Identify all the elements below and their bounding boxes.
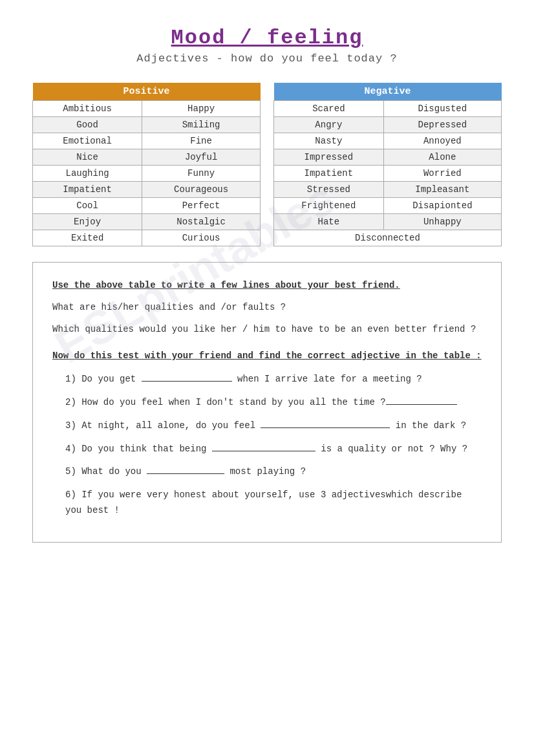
positive-word: Cool xyxy=(33,198,142,214)
question-4: 4) Do you think that being is a quality … xyxy=(65,442,482,457)
positive-word: Perfect xyxy=(142,198,261,214)
positive-word: Happy xyxy=(142,101,261,117)
question-text: Do you think that being xyxy=(81,444,212,454)
positive-word: Enjoy xyxy=(33,214,142,230)
question-text: At night, all alone, do you feel xyxy=(81,420,261,431)
question-text: Do you get xyxy=(81,374,141,384)
question-6: 6) If you were very honest about yoursel… xyxy=(65,488,482,519)
question-text: If you were very honest about yourself, … xyxy=(65,490,462,515)
positive-table: Positive AmbitiousHappyGoodSmilingEmotio… xyxy=(32,83,261,246)
negative-word: Frightened xyxy=(274,198,384,214)
question-2: 2) How do you feel when I don't stand by… xyxy=(65,395,482,411)
negative-word: Depressed xyxy=(383,117,501,133)
vocabulary-tables: Positive AmbitiousHappyGoodSmilingEmotio… xyxy=(32,83,502,246)
negative-word: Impatient xyxy=(274,166,384,182)
positive-word: Nostalgic xyxy=(142,214,261,230)
negative-word: Alone xyxy=(383,149,501,166)
page-subtitle: Adjectives - how do you feel today ? xyxy=(32,52,502,65)
exercise-instruction-2: Now do this test with your friend and fi… xyxy=(52,349,482,364)
positive-word: Good xyxy=(33,117,142,133)
negative-word: Disconnected xyxy=(274,230,502,246)
question-text: How do you feel when I don't stand by yo… xyxy=(81,397,385,407)
positive-header: Positive xyxy=(33,83,261,101)
negative-word: Impressed xyxy=(274,149,384,166)
exercise-line-1: What are his/her qualities and /or fault… xyxy=(52,300,482,316)
question-1: 1) Do you get when I arrive late for a m… xyxy=(65,372,482,387)
exercise-section: Use the above table to write a few lines… xyxy=(32,262,502,543)
negative-word: Hate xyxy=(274,214,384,230)
negative-word: Unhappy xyxy=(383,214,501,230)
positive-word: Exited xyxy=(33,230,142,246)
positive-word: Ambitious xyxy=(33,101,142,117)
positive-word: Nice xyxy=(33,149,142,166)
positive-word: Smiling xyxy=(142,117,261,133)
exercise-instruction-1: Use the above table to write a few lines… xyxy=(52,278,482,294)
question-text: What do you xyxy=(81,466,147,477)
negative-word: Scared xyxy=(274,101,384,117)
question-number: 4) xyxy=(65,444,76,454)
question-number: 2) xyxy=(65,397,76,407)
negative-word: Angry xyxy=(274,117,384,133)
positive-word: Courageous xyxy=(142,182,261,198)
negative-header: Negative xyxy=(274,83,502,101)
question-number: 5) xyxy=(65,466,76,477)
positive-word: Fine xyxy=(142,133,261,149)
positive-word: Laughing xyxy=(33,166,142,182)
positive-word: Emotional xyxy=(33,133,142,149)
negative-word: Annoyed xyxy=(383,133,501,149)
question-text-after: most playing ? xyxy=(224,466,306,477)
negative-table: Negative ScaredDisgustedAngryDepressedNa… xyxy=(273,83,502,246)
positive-word: Impatient xyxy=(33,182,142,198)
page-title: Mood / feeling xyxy=(32,26,502,50)
negative-word: Stressed xyxy=(274,182,384,198)
positive-word: Curious xyxy=(142,230,261,246)
question-text-after: in the dark ? xyxy=(390,420,466,431)
question-5: 5) What do you most playing ? xyxy=(65,464,482,480)
question-number: 6) xyxy=(65,490,76,500)
question-number: 1) xyxy=(65,374,76,384)
question-text-after: when I arrive late for a meeting ? xyxy=(232,374,422,384)
question-number: 3) xyxy=(65,420,76,431)
negative-word: Disapionted xyxy=(383,198,501,214)
question-text-after: is a quality or not ? Why ? xyxy=(315,444,467,454)
positive-word: Funny xyxy=(142,166,261,182)
positive-word: Joyful xyxy=(142,149,261,166)
negative-word: Worried xyxy=(383,166,501,182)
negative-word: Nasty xyxy=(274,133,384,149)
question-3: 3) At night, all alone, do you feel in t… xyxy=(65,418,482,434)
negative-word: Impleasant xyxy=(383,182,501,198)
exercise-line-2: Which qualities would you like her / him… xyxy=(52,322,482,338)
negative-word: Disgusted xyxy=(383,101,501,117)
